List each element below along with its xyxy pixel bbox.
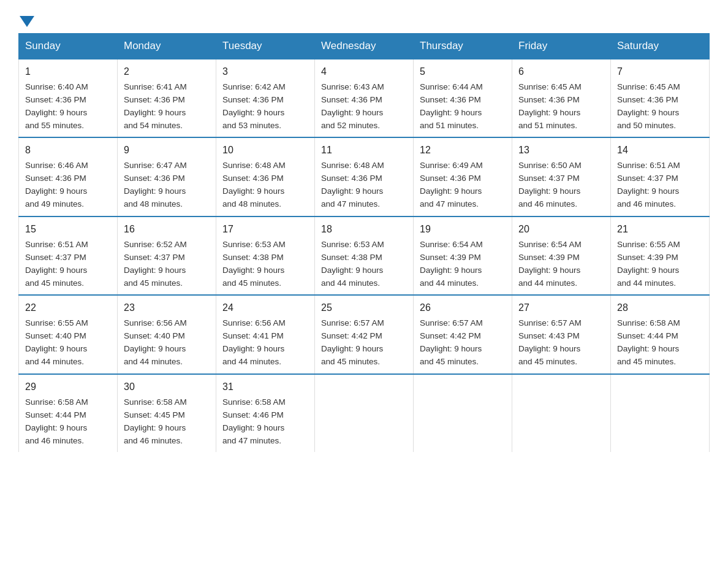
calendar-cell: 7Sunrise: 6:45 AMSunset: 4:36 PMDaylight… (611, 59, 710, 137)
calendar-cell: 19Sunrise: 6:54 AMSunset: 4:39 PMDayligh… (414, 216, 512, 295)
day-info: Sunrise: 6:55 AMSunset: 4:39 PMDaylight:… (617, 240, 680, 288)
day-info: Sunrise: 6:41 AMSunset: 4:36 PMDaylight:… (124, 82, 187, 130)
day-number: 22 (25, 301, 111, 316)
day-number: 10 (222, 143, 308, 158)
day-info: Sunrise: 6:57 AMSunset: 4:42 PMDaylight:… (321, 318, 384, 366)
day-info: Sunrise: 6:49 AMSunset: 4:36 PMDaylight:… (420, 161, 483, 209)
calendar-cell: 6Sunrise: 6:45 AMSunset: 4:36 PMDaylight… (512, 59, 611, 137)
calendar-cell: 21Sunrise: 6:55 AMSunset: 4:39 PMDayligh… (611, 216, 710, 295)
calendar-cell: 8Sunrise: 6:46 AMSunset: 4:36 PMDaylight… (19, 137, 118, 216)
page-header (18, 12, 710, 27)
day-number: 23 (124, 301, 210, 316)
day-number: 31 (222, 380, 308, 395)
calendar-cell: 15Sunrise: 6:51 AMSunset: 4:37 PMDayligh… (19, 216, 118, 295)
day-number: 13 (518, 143, 604, 158)
day-number: 5 (420, 64, 506, 80)
calendar-cell: 9Sunrise: 6:47 AMSunset: 4:36 PMDaylight… (118, 137, 216, 216)
day-info: Sunrise: 6:45 AMSunset: 4:36 PMDaylight:… (518, 82, 582, 130)
logo (18, 12, 36, 27)
calendar-cell (611, 374, 710, 452)
day-info: Sunrise: 6:53 AMSunset: 4:38 PMDaylight:… (321, 240, 384, 288)
calendar-cell: 13Sunrise: 6:50 AMSunset: 4:37 PMDayligh… (512, 137, 611, 216)
day-info: Sunrise: 6:46 AMSunset: 4:36 PMDaylight:… (25, 161, 88, 209)
day-number: 8 (25, 143, 111, 158)
calendar-cell: 24Sunrise: 6:56 AMSunset: 4:41 PMDayligh… (216, 295, 315, 373)
day-number: 21 (617, 222, 703, 237)
day-number: 12 (420, 143, 506, 158)
calendar-cell: 27Sunrise: 6:57 AMSunset: 4:43 PMDayligh… (512, 295, 611, 373)
day-info: Sunrise: 6:48 AMSunset: 4:36 PMDaylight:… (222, 161, 286, 209)
day-header-saturday: Saturday (611, 34, 710, 59)
day-header-thursday: Thursday (414, 34, 512, 59)
calendar-cell (315, 374, 414, 452)
calendar-cell: 26Sunrise: 6:57 AMSunset: 4:42 PMDayligh… (414, 295, 512, 373)
calendar-cell (512, 374, 611, 452)
day-info: Sunrise: 6:57 AMSunset: 4:43 PMDaylight:… (518, 318, 582, 366)
calendar-cell: 30Sunrise: 6:58 AMSunset: 4:45 PMDayligh… (118, 374, 216, 452)
calendar-week-row: 15Sunrise: 6:51 AMSunset: 4:37 PMDayligh… (19, 216, 710, 295)
calendar-cell: 28Sunrise: 6:58 AMSunset: 4:44 PMDayligh… (611, 295, 710, 373)
calendar-cell: 25Sunrise: 6:57 AMSunset: 4:42 PMDayligh… (315, 295, 414, 373)
calendar-week-row: 8Sunrise: 6:46 AMSunset: 4:36 PMDaylight… (19, 137, 710, 216)
calendar-cell (414, 374, 512, 452)
day-info: Sunrise: 6:56 AMSunset: 4:40 PMDaylight:… (124, 318, 187, 366)
calendar-cell: 29Sunrise: 6:58 AMSunset: 4:44 PMDayligh… (19, 374, 118, 452)
calendar-cell: 12Sunrise: 6:49 AMSunset: 4:36 PMDayligh… (414, 137, 512, 216)
day-number: 9 (124, 143, 210, 158)
calendar-cell: 20Sunrise: 6:54 AMSunset: 4:39 PMDayligh… (512, 216, 611, 295)
calendar-cell: 11Sunrise: 6:48 AMSunset: 4:36 PMDayligh… (315, 137, 414, 216)
day-number: 18 (321, 222, 407, 237)
calendar-cell: 10Sunrise: 6:48 AMSunset: 4:36 PMDayligh… (216, 137, 315, 216)
day-info: Sunrise: 6:58 AMSunset: 4:45 PMDaylight:… (124, 397, 187, 445)
day-number: 2 (124, 64, 210, 80)
calendar-week-row: 22Sunrise: 6:55 AMSunset: 4:40 PMDayligh… (19, 295, 710, 373)
day-number: 6 (518, 64, 604, 80)
calendar-cell: 31Sunrise: 6:58 AMSunset: 4:46 PMDayligh… (216, 374, 315, 452)
day-info: Sunrise: 6:57 AMSunset: 4:42 PMDaylight:… (420, 318, 483, 366)
day-number: 15 (25, 222, 111, 237)
calendar-cell: 16Sunrise: 6:52 AMSunset: 4:37 PMDayligh… (118, 216, 216, 295)
calendar-cell: 23Sunrise: 6:56 AMSunset: 4:40 PMDayligh… (118, 295, 216, 373)
day-number: 3 (222, 64, 308, 80)
day-number: 27 (518, 301, 604, 316)
day-info: Sunrise: 6:58 AMSunset: 4:44 PMDaylight:… (617, 318, 680, 366)
day-number: 25 (321, 301, 407, 316)
day-number: 17 (222, 222, 308, 237)
day-header-friday: Friday (512, 34, 611, 59)
day-number: 26 (420, 301, 506, 316)
day-info: Sunrise: 6:58 AMSunset: 4:46 PMDaylight:… (222, 397, 286, 445)
day-info: Sunrise: 6:56 AMSunset: 4:41 PMDaylight:… (222, 318, 286, 366)
calendar-cell: 17Sunrise: 6:53 AMSunset: 4:38 PMDayligh… (216, 216, 315, 295)
day-header-sunday: Sunday (19, 34, 118, 59)
day-info: Sunrise: 6:43 AMSunset: 4:36 PMDaylight:… (321, 82, 384, 130)
calendar-header-row: SundayMondayTuesdayWednesdayThursdayFrid… (19, 34, 710, 59)
day-number: 4 (321, 64, 407, 80)
calendar-week-row: 29Sunrise: 6:58 AMSunset: 4:44 PMDayligh… (19, 374, 710, 452)
calendar-cell: 18Sunrise: 6:53 AMSunset: 4:38 PMDayligh… (315, 216, 414, 295)
day-number: 7 (617, 64, 703, 80)
day-number: 14 (617, 143, 703, 158)
calendar-cell: 14Sunrise: 6:51 AMSunset: 4:37 PMDayligh… (611, 137, 710, 216)
day-info: Sunrise: 6:53 AMSunset: 4:38 PMDaylight:… (222, 240, 286, 288)
day-info: Sunrise: 6:54 AMSunset: 4:39 PMDaylight:… (518, 240, 582, 288)
day-info: Sunrise: 6:54 AMSunset: 4:39 PMDaylight:… (420, 240, 483, 288)
day-info: Sunrise: 6:40 AMSunset: 4:36 PMDaylight:… (25, 82, 88, 130)
day-number: 30 (124, 380, 210, 395)
day-number: 29 (25, 380, 111, 395)
day-number: 20 (518, 222, 604, 237)
calendar-cell: 1Sunrise: 6:40 AMSunset: 4:36 PMDaylight… (19, 59, 118, 137)
day-header-wednesday: Wednesday (315, 34, 414, 59)
day-header-monday: Monday (118, 34, 216, 59)
day-number: 1 (25, 64, 111, 80)
day-info: Sunrise: 6:45 AMSunset: 4:36 PMDaylight:… (617, 82, 680, 130)
day-info: Sunrise: 6:42 AMSunset: 4:36 PMDaylight:… (222, 82, 286, 130)
calendar-week-row: 1Sunrise: 6:40 AMSunset: 4:36 PMDaylight… (19, 59, 710, 137)
day-info: Sunrise: 6:52 AMSunset: 4:37 PMDaylight:… (124, 240, 187, 288)
day-info: Sunrise: 6:47 AMSunset: 4:36 PMDaylight:… (124, 161, 187, 209)
day-header-tuesday: Tuesday (216, 34, 315, 59)
day-info: Sunrise: 6:44 AMSunset: 4:36 PMDaylight:… (420, 82, 483, 130)
calendar-cell: 4Sunrise: 6:43 AMSunset: 4:36 PMDaylight… (315, 59, 414, 137)
calendar-cell: 2Sunrise: 6:41 AMSunset: 4:36 PMDaylight… (118, 59, 216, 137)
day-info: Sunrise: 6:51 AMSunset: 4:37 PMDaylight:… (25, 240, 88, 288)
calendar-cell: 3Sunrise: 6:42 AMSunset: 4:36 PMDaylight… (216, 59, 315, 137)
